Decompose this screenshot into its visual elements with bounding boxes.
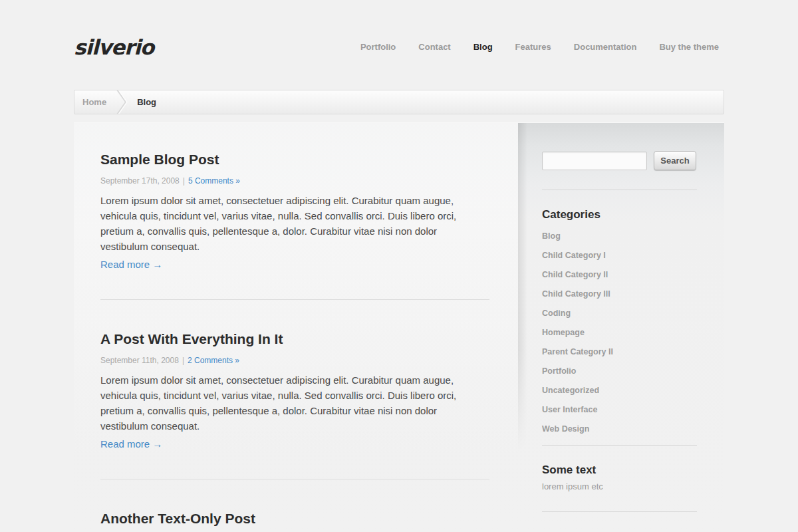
category-link-user-interface[interactable]: User Interface <box>542 400 697 420</box>
nav-item-blog[interactable]: Blog <box>473 42 493 52</box>
comments-link[interactable]: 5 Comments » <box>188 176 240 186</box>
post-date: September 17th, 2008 <box>100 176 180 186</box>
text-widget-heading: Some text <box>542 464 697 477</box>
meta-separator: | <box>182 356 184 365</box>
category-link-parent-category-2[interactable]: Parent Category II <box>542 342 697 362</box>
nav-item-portfolio[interactable]: Portfolio <box>360 42 396 52</box>
category-link-coding[interactable]: Coding <box>542 304 697 323</box>
main-panel: Sample Blog Post September 17th, 2008|5 … <box>74 122 724 532</box>
meta-separator: | <box>183 176 185 186</box>
nav-item-buy-theme[interactable]: Buy the theme <box>659 42 719 52</box>
search-widget: Search <box>542 151 697 170</box>
category-link-child-category-1[interactable]: Child Category I <box>542 246 697 265</box>
nav-item-features[interactable]: Features <box>515 42 551 52</box>
nav-item-contact[interactable]: Contact <box>418 42 450 52</box>
post-title-link[interactable]: Another Text-Only Post <box>100 510 724 527</box>
category-link-blog[interactable]: Blog <box>542 227 697 246</box>
text-widget-body: lorem ipsum etc <box>542 481 697 491</box>
read-more-link[interactable]: Read more → <box>100 438 162 450</box>
category-link-web-design[interactable]: Web Design <box>542 420 697 439</box>
post-date: September 11th, 2008 <box>100 356 179 365</box>
blog-post: Another Text-Only Post <box>100 510 724 527</box>
nav-item-documentation[interactable]: Documentation <box>574 42 637 52</box>
read-more-link[interactable]: Read more → <box>100 259 162 270</box>
search-button[interactable]: Search <box>654 151 696 170</box>
category-link-portfolio[interactable]: Portfolio <box>542 362 697 381</box>
site-logo[interactable]: silverio <box>74 35 154 59</box>
search-input[interactable] <box>542 152 647 170</box>
breadcrumb-current: Blog <box>137 97 156 107</box>
post-excerpt: Lorem ipsum dolor sit amet, consectetuer… <box>100 193 471 254</box>
post-excerpt: Lorem ipsum dolor sit amet, consectetuer… <box>100 372 471 434</box>
post-divider <box>100 299 489 300</box>
category-link-child-category-3[interactable]: Child Category III <box>542 285 697 304</box>
category-link-child-category-2[interactable]: Child Category II <box>542 265 697 285</box>
breadcrumb-home-link[interactable]: Home <box>74 97 106 107</box>
category-link-homepage[interactable]: Homepage <box>542 323 697 342</box>
sidebar-divider <box>542 445 697 446</box>
chevron-right-icon <box>116 90 128 114</box>
categories-list: Blog Child Category I Child Category II … <box>542 227 697 439</box>
site-header: silverio Portfolio Contact Blog Features… <box>74 0 724 90</box>
sidebar-divider <box>542 511 697 512</box>
page: silverio Portfolio Contact Blog Features… <box>0 0 798 532</box>
sidebar-divider <box>542 190 697 190</box>
breadcrumb: Home Blog <box>74 90 724 114</box>
post-divider <box>100 479 489 479</box>
comments-link[interactable]: 2 Comments » <box>188 356 239 365</box>
category-link-uncategorized[interactable]: Uncategorized <box>542 381 697 400</box>
main-nav: Portfolio Contact Blog Features Document… <box>360 42 724 52</box>
categories-heading: Categories <box>542 208 697 221</box>
sidebar: Search Categories Blog Child Category I … <box>542 123 697 512</box>
